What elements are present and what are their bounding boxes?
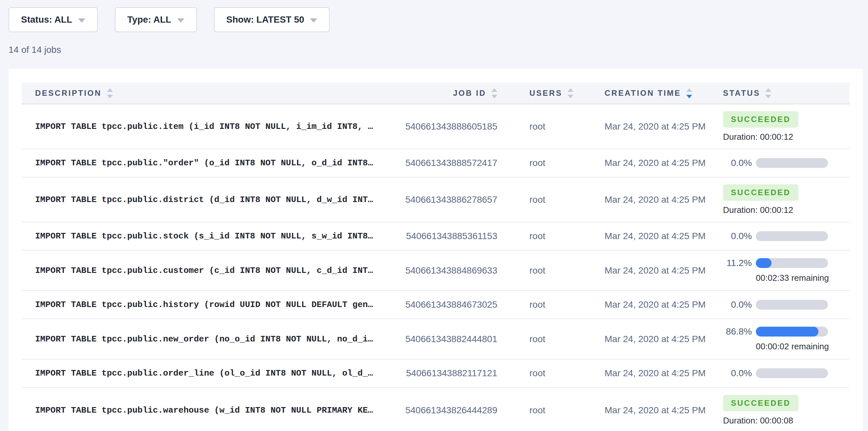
job-description: IMPORT TABLE tpcc.public.new_order (no_o…: [22, 334, 376, 344]
status-remaining: 00:00:02 remaining: [756, 341, 828, 351]
status-duration: Duration: 00:00:12: [723, 132, 849, 142]
sort-icon[interactable]: [107, 88, 113, 98]
job-user: root: [497, 368, 604, 378]
type-filter-dropdown[interactable]: Type: ALL: [115, 7, 197, 32]
job-status: SUCCEEDEDDuration: 00:00:08: [723, 395, 849, 426]
status-filter-label: Status: ALL: [21, 14, 72, 25]
job-description: IMPORT TABLE tpcc.public.item (i_id INT8…: [22, 122, 376, 131]
job-creation-time: Mar 24, 2020 at 4:25 PM: [604, 300, 723, 310]
job-status: 0.0%: [723, 231, 849, 241]
progress-bar: [756, 300, 828, 310]
job-creation-time: Mar 24, 2020 at 4:25 PM: [604, 158, 723, 168]
sort-icon[interactable]: [491, 88, 497, 98]
table-row: IMPORT TABLE tpcc.public.customer (c_id …: [22, 251, 849, 291]
job-status: 11.2%00:02:33 remaining: [723, 258, 849, 283]
status-badge: SUCCEEDED: [723, 111, 799, 128]
job-id: 540661343882444801: [376, 334, 497, 344]
table-body: IMPORT TABLE tpcc.public.item (i_id INT8…: [22, 104, 849, 431]
job-id: 540661343886278657: [376, 194, 497, 205]
status-percent: 0.0%: [723, 300, 752, 310]
job-user: root: [497, 194, 604, 205]
column-header-status[interactable]: STATUS: [723, 88, 849, 98]
progress-bar-fill: [756, 327, 818, 337]
job-id: 540661343888605185: [376, 121, 497, 132]
job-id: 540661343888572417: [376, 158, 497, 168]
status-percent: 0.0%: [723, 231, 752, 241]
job-id: 540661343826444289: [376, 405, 497, 415]
status-percent: 11.2%: [723, 258, 752, 268]
job-status: 0.0%: [723, 300, 849, 310]
progress-bar: [756, 158, 828, 168]
show-filter-label: Show: LATEST 50: [226, 14, 304, 25]
job-user: root: [497, 334, 604, 344]
status-remaining: 00:02:33 remaining: [756, 273, 828, 283]
sort-icon[interactable]: [686, 88, 692, 98]
status-percent: 0.0%: [723, 368, 752, 378]
job-description: IMPORT TABLE tpcc.public.history (rowid …: [22, 300, 376, 310]
column-header-users[interactable]: USERS: [497, 88, 604, 98]
jobs-table-card: DESCRIPTION JOB ID USERS CREATION TIME S…: [8, 69, 863, 431]
job-creation-time: Mar 24, 2020 at 4:25 PM: [604, 368, 723, 378]
column-header-job-id[interactable]: JOB ID: [376, 88, 497, 98]
table-row: IMPORT TABLE tpcc.public.item (i_id INT8…: [22, 104, 849, 149]
table-row: IMPORT TABLE tpcc.public.district (d_id …: [22, 178, 849, 222]
table-row: IMPORT TABLE tpcc.public.stock (s_i_id I…: [22, 222, 849, 251]
type-filter-label: Type: ALL: [127, 14, 171, 25]
job-description: IMPORT TABLE tpcc.public.order_line (ol_…: [22, 368, 376, 378]
filter-bar: Status: ALL Type: ALL Show: LATEST 50: [0, 0, 868, 32]
job-user: root: [497, 300, 604, 310]
status-badge: SUCCEEDED: [723, 395, 799, 411]
caret-down-icon: [310, 19, 317, 23]
status-duration: Duration: 00:00:12: [723, 205, 849, 215]
table-row: IMPORT TABLE tpcc.public."order" (o_id I…: [22, 149, 849, 178]
table-row: IMPORT TABLE tpcc.public.order_line (ol_…: [22, 360, 849, 388]
job-creation-time: Mar 24, 2020 at 4:25 PM: [604, 231, 723, 241]
status-badge: SUCCEEDED: [723, 184, 799, 201]
job-description: IMPORT TABLE tpcc.public.stock (s_i_id I…: [22, 231, 376, 241]
table-row: IMPORT TABLE tpcc.public.history (rowid …: [22, 291, 849, 319]
status-percent: 0.0%: [723, 158, 752, 168]
job-user: root: [497, 121, 604, 132]
job-status: 86.8%00:00:02 remaining: [723, 326, 849, 351]
job-id: 540661343885361153: [376, 231, 497, 241]
job-creation-time: Mar 24, 2020 at 4:25 PM: [604, 265, 723, 276]
job-status: SUCCEEDEDDuration: 00:00:12: [723, 184, 849, 215]
sort-icon[interactable]: [567, 88, 574, 98]
job-id: 540661343882117121: [376, 368, 497, 378]
job-user: root: [497, 265, 604, 276]
job-creation-time: Mar 24, 2020 at 4:25 PM: [604, 334, 723, 344]
sort-icon[interactable]: [765, 88, 771, 98]
job-description: IMPORT TABLE tpcc.public.district (d_id …: [22, 195, 376, 205]
progress-bar: [756, 231, 828, 241]
progress-bar: [756, 368, 828, 378]
table-row: IMPORT TABLE tpcc.public.new_order (no_o…: [22, 319, 849, 360]
progress-bar: [756, 327, 828, 337]
caret-down-icon: [177, 19, 184, 23]
progress-bar: [756, 258, 828, 268]
job-user: root: [497, 158, 604, 168]
job-creation-time: Mar 24, 2020 at 4:25 PM: [604, 194, 723, 205]
job-creation-time: Mar 24, 2020 at 4:25 PM: [604, 405, 723, 415]
job-id: 540661343884673025: [376, 300, 497, 310]
column-header-description[interactable]: DESCRIPTION: [22, 88, 376, 98]
job-id: 540661343884869633: [376, 265, 497, 276]
status-filter-dropdown[interactable]: Status: ALL: [8, 7, 98, 32]
job-description: IMPORT TABLE tpcc.public."order" (o_id I…: [22, 158, 376, 168]
job-description: IMPORT TABLE tpcc.public.customer (c_id …: [22, 266, 376, 276]
job-status: 0.0%: [723, 368, 849, 378]
progress-bar-fill: [756, 258, 772, 268]
job-status: 0.0%: [723, 158, 849, 168]
show-filter-dropdown[interactable]: Show: LATEST 50: [214, 7, 330, 32]
job-user: root: [497, 405, 604, 415]
table-header-row: DESCRIPTION JOB ID USERS CREATION TIME S…: [22, 83, 849, 104]
jobs-count: 14 of 14 jobs: [8, 44, 868, 55]
job-creation-time: Mar 24, 2020 at 4:25 PM: [604, 121, 723, 132]
table-row: IMPORT TABLE tpcc.public.warehouse (w_id…: [22, 388, 849, 431]
job-status: SUCCEEDEDDuration: 00:00:12: [723, 111, 849, 142]
caret-down-icon: [78, 19, 85, 23]
column-header-creation-time[interactable]: CREATION TIME: [604, 88, 723, 98]
job-description: IMPORT TABLE tpcc.public.warehouse (w_id…: [22, 405, 376, 415]
status-duration: Duration: 00:00:08: [723, 415, 849, 426]
status-percent: 86.8%: [723, 326, 752, 337]
job-user: root: [497, 231, 604, 241]
